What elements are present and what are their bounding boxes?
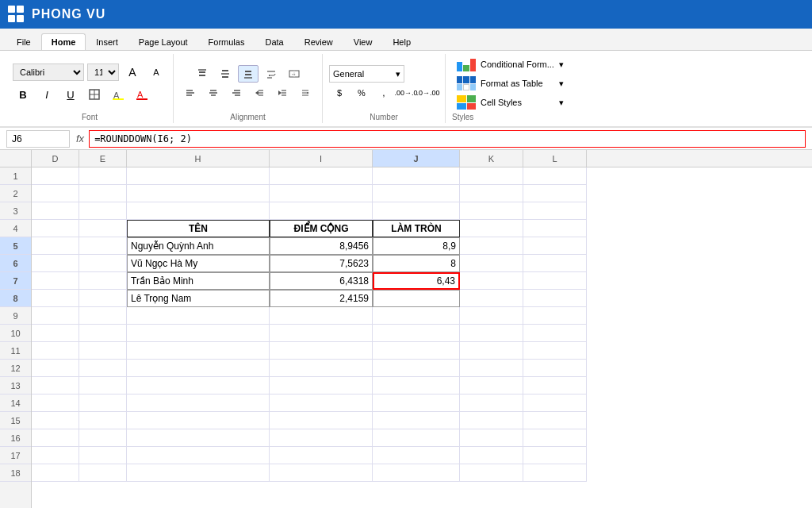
cell-l5[interactable] (523, 237, 587, 255)
cell-l2[interactable] (523, 185, 587, 202)
cell-j9[interactable] (373, 307, 460, 325)
cell-i8[interactable]: 2,4159 (270, 290, 373, 307)
cell-k6[interactable] (460, 255, 523, 272)
cell-i4[interactable]: ĐIỂM CỘNG (270, 220, 373, 237)
cell-i2[interactable] (270, 185, 373, 202)
cell-styles-button[interactable]: Cell Styles ▾ (452, 94, 569, 111)
cell-l7[interactable] (523, 272, 587, 290)
cell-l10[interactable] (523, 325, 587, 342)
cell-j8[interactable] (373, 290, 460, 307)
tab-review[interactable]: Review (294, 33, 343, 50)
cell-h4[interactable]: TÊN (127, 220, 270, 237)
col-header-k[interactable]: K (460, 150, 523, 167)
cell-d10[interactable] (32, 325, 79, 342)
align-center-button[interactable] (203, 84, 224, 102)
italic-button[interactable]: I (36, 86, 57, 103)
cell-h6[interactable]: Vũ Ngọc Hà My (127, 255, 270, 272)
cell-k4[interactable] (460, 220, 523, 237)
bold-button[interactable]: B (13, 86, 33, 103)
cell-d6[interactable] (32, 255, 79, 272)
row-num-5[interactable]: 5 (0, 237, 31, 255)
cell-h3[interactable] (127, 202, 270, 220)
row-num-15[interactable]: 15 (0, 412, 31, 429)
tab-formulas[interactable]: Formulas (198, 33, 255, 50)
tab-home[interactable]: Home (41, 33, 86, 50)
col-header-j[interactable]: J (373, 150, 460, 167)
cell-i9[interactable] (270, 307, 373, 325)
cell-d4[interactable] (32, 220, 79, 237)
row-num-17[interactable]: 17 (0, 447, 31, 464)
cell-e2[interactable] (79, 185, 127, 202)
cell-k10[interactable] (460, 325, 523, 342)
align-left-button[interactable] (180, 84, 201, 102)
cell-l1[interactable] (523, 167, 587, 185)
wrap-text-button[interactable] (261, 65, 282, 83)
format-table-button[interactable]: Format as Table ▾ (452, 75, 569, 92)
col-header-l[interactable]: L (523, 150, 587, 167)
cell-d2[interactable] (32, 185, 79, 202)
cell-h7[interactable]: Trần Bảo Minh (127, 272, 270, 290)
cell-e3[interactable] (79, 202, 127, 220)
tab-file[interactable]: File (6, 33, 41, 50)
align-right-button[interactable] (226, 84, 247, 102)
tab-insert[interactable]: Insert (86, 33, 128, 50)
row-num-1[interactable]: 1 (0, 167, 31, 185)
formula-input[interactable] (89, 130, 806, 148)
cell-h10[interactable] (127, 325, 270, 342)
decrease-decimal-button[interactable]: .00→.0 (396, 84, 416, 102)
cell-j1[interactable] (373, 167, 460, 185)
font-color-button[interactable]: A (132, 86, 152, 103)
currency-button[interactable]: $ (329, 84, 350, 102)
cell-e4[interactable] (79, 220, 127, 237)
cell-e8[interactable] (79, 290, 127, 307)
cell-d9[interactable] (32, 307, 79, 325)
number-format-dropdown[interactable]: General ▾ (329, 65, 404, 83)
row-num-12[interactable]: 12 (0, 360, 31, 377)
align-top-button[interactable] (192, 65, 213, 83)
row-num-2[interactable]: 2 (0, 185, 31, 202)
cell-i3[interactable] (270, 202, 373, 220)
resize-alignment-button[interactable] (295, 84, 316, 102)
cell-l8[interactable] (523, 290, 587, 307)
cell-j7-selected[interactable]: 6,43 (373, 272, 460, 290)
cell-h1[interactable] (127, 167, 270, 185)
cell-j4[interactable]: LÀM TRÒN (373, 220, 460, 237)
increase-font-button[interactable]: A (122, 64, 143, 81)
font-name-select[interactable]: Calibri (13, 64, 84, 81)
increase-indent-button[interactable] (272, 84, 293, 102)
increase-decimal-button[interactable]: .0→.00 (418, 84, 439, 102)
col-header-e[interactable]: E (79, 150, 127, 167)
align-middle-button[interactable] (215, 65, 236, 83)
cell-d5[interactable] (32, 237, 79, 255)
tab-page-layout[interactable]: Page Layout (128, 33, 198, 50)
row-num-4[interactable]: 4 (0, 220, 31, 237)
cell-j3[interactable] (373, 202, 460, 220)
conditional-format-button[interactable]: Conditional Form... ▾ (452, 56, 569, 73)
decrease-indent-button[interactable] (249, 84, 270, 102)
cell-d3[interactable] (32, 202, 79, 220)
border-button[interactable] (84, 86, 105, 103)
cell-k2[interactable] (460, 185, 523, 202)
fill-color-button[interactable]: A (108, 86, 128, 103)
cell-k8[interactable] (460, 290, 523, 307)
cell-i7[interactable]: 6,4318 (270, 272, 373, 290)
cell-e1[interactable] (79, 167, 127, 185)
col-header-i[interactable]: I (270, 150, 373, 167)
col-header-d[interactable]: D (32, 150, 79, 167)
row-num-8[interactable]: 8 (0, 290, 31, 307)
cell-k7[interactable] (460, 272, 523, 290)
cell-k3[interactable] (460, 202, 523, 220)
row-num-13[interactable]: 13 (0, 377, 31, 394)
row-num-3[interactable]: 3 (0, 202, 31, 220)
cell-k1[interactable] (460, 167, 523, 185)
cell-e5[interactable] (79, 237, 127, 255)
cell-j6[interactable]: 8 (373, 255, 460, 272)
decrease-font-button[interactable]: A (146, 64, 167, 81)
cell-d7[interactable] (32, 272, 79, 290)
tab-data[interactable]: Data (255, 33, 293, 50)
name-box[interactable] (6, 130, 70, 148)
merge-center-button[interactable]: ↔ (284, 65, 304, 83)
row-num-11[interactable]: 11 (0, 342, 31, 360)
tab-help[interactable]: Help (382, 33, 421, 50)
cell-k9[interactable] (460, 307, 523, 325)
